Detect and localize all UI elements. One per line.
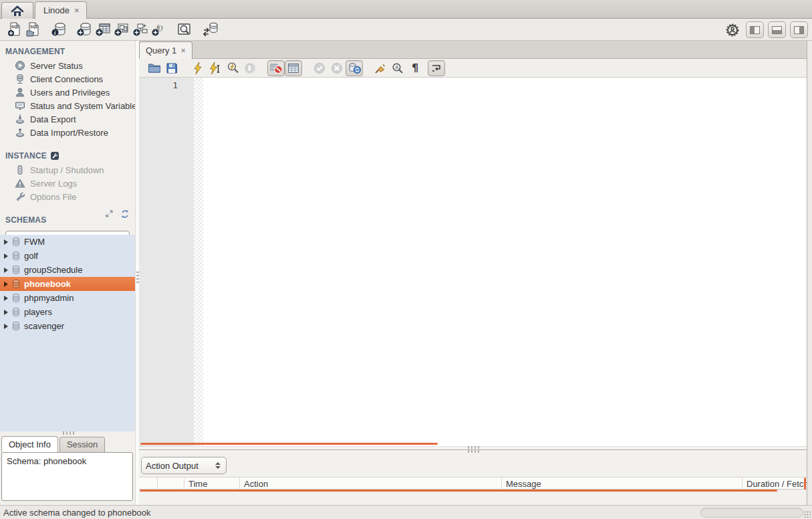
- query-tab[interactable]: Query 1 ×: [139, 41, 192, 59]
- limit-rows-grid-icon: [287, 63, 299, 74]
- expander-icon[interactable]: [4, 310, 8, 315]
- commit-button[interactable]: [311, 60, 328, 76]
- expander-icon[interactable]: [4, 268, 8, 273]
- schema-row-scavenger[interactable]: scavenger: [0, 319, 135, 333]
- create-table-button[interactable]: [94, 20, 112, 39]
- refresh-schemas-icon[interactable]: [120, 209, 130, 219]
- expander-icon[interactable]: [4, 253, 8, 259]
- column-header-message[interactable]: Message: [502, 478, 742, 489]
- new-query-tab-button[interactable]: SQL: [5, 20, 24, 39]
- create-view-button[interactable]: [112, 20, 131, 39]
- schema-name: groupSchedule: [24, 265, 82, 275]
- wrap-text-toggle[interactable]: [428, 60, 445, 76]
- output-type-selector[interactable]: Action Output: [141, 457, 227, 474]
- sidebar-item-server-logs[interactable]: Server Logs: [0, 177, 135, 190]
- output-panel: Action Output Time Action Message Durati…: [139, 453, 807, 505]
- column-header-time[interactable]: Time: [184, 478, 240, 489]
- schema-row-players[interactable]: players: [0, 305, 135, 319]
- sidebar-item-users-privileges[interactable]: Users and Privileges: [0, 86, 135, 99]
- sidebar-item-status-system-variables[interactable]: Status and System Variables: [0, 99, 135, 112]
- editor-horizontal-scrollbar[interactable]: [140, 443, 438, 445]
- sidebar-item-client-connections[interactable]: Client Connections: [0, 72, 135, 86]
- main-toolbar: SQL SQL: [0, 19, 812, 41]
- close-icon[interactable]: ×: [180, 46, 186, 55]
- left-panel-icon: [750, 26, 760, 34]
- sidebar-item-label: Server Status: [30, 61, 83, 71]
- output-vertical-scrollbar[interactable]: [804, 478, 806, 490]
- execute-button[interactable]: [189, 60, 207, 76]
- schema-icon: [11, 279, 21, 289]
- column-header-action[interactable]: Action: [240, 478, 502, 489]
- splitter-grip[interactable]: [468, 446, 480, 449]
- sidebar-item-label: Client Connections: [30, 74, 103, 84]
- expander-icon[interactable]: [4, 282, 8, 287]
- data-import-icon: [14, 127, 25, 138]
- sidebar-item-data-import[interactable]: Data Import/Restore: [0, 126, 135, 139]
- stop-on-error-toggle[interactable]: [267, 60, 285, 76]
- toggle-right-panel-button[interactable]: [790, 21, 808, 38]
- column-header-blank2[interactable]: [158, 478, 184, 489]
- window-resize-grip[interactable]: [804, 511, 811, 518]
- users-icon: [14, 87, 25, 98]
- schema-row-phonebook-selected[interactable]: phonebook: [0, 277, 135, 291]
- connection-tab-linode[interactable]: Linode ×: [35, 1, 87, 19]
- tab-object-info[interactable]: Object Info: [1, 436, 58, 452]
- open-sql-script-button[interactable]: SQL: [24, 20, 43, 39]
- schema-inspector-button[interactable]: i: [49, 20, 68, 39]
- execute-current-statement-button[interactable]: [207, 60, 224, 76]
- schema-row-groupschedule[interactable]: groupSchedule: [0, 263, 135, 277]
- column-header-blank1[interactable]: [139, 478, 158, 489]
- sidebar-item-startup-shutdown[interactable]: Startup / Shutdown: [0, 163, 135, 177]
- schema-row-golf[interactable]: golf: [0, 249, 135, 263]
- search-table-data-button[interactable]: [175, 20, 194, 39]
- sql-editor[interactable]: 1: [139, 78, 807, 446]
- rollback-button[interactable]: [328, 60, 346, 76]
- schema-row-phpmyadmin[interactable]: phpmyadmin: [0, 291, 135, 305]
- system-variables-icon: [14, 100, 25, 111]
- selector-spinner-icon: [215, 462, 222, 469]
- create-function-icon: f(): [151, 21, 168, 37]
- management-section-title: MANAGEMENT: [0, 41, 135, 59]
- schema-inspector-icon: i: [51, 21, 67, 37]
- create-schema-button[interactable]: [75, 20, 94, 39]
- output-horizontal-scrollbar[interactable]: [140, 490, 777, 492]
- sidebar-item-server-status[interactable]: Server Status: [0, 59, 135, 72]
- sidebar-item-label: Startup / Shutdown: [30, 165, 104, 175]
- schema-name: golf: [24, 251, 38, 261]
- beautify-sql-button[interactable]: [372, 60, 389, 76]
- svg-text:A: A: [395, 64, 398, 70]
- home-tab[interactable]: [1, 2, 33, 19]
- close-icon[interactable]: ×: [73, 5, 81, 15]
- schema-name: phonebook: [24, 279, 71, 289]
- stop-on-error-icon: [270, 62, 283, 74]
- limit-rows-toggle[interactable]: [285, 60, 302, 76]
- create-procedure-button[interactable]: [131, 20, 150, 39]
- sidebar-item-options-file[interactable]: Options File: [0, 190, 135, 203]
- autocommit-toggle[interactable]: [346, 60, 363, 76]
- sidebar-splitter-handle[interactable]: [63, 431, 75, 435]
- open-sql-script-icon: SQL: [25, 21, 41, 37]
- preferences-button[interactable]: [723, 21, 742, 39]
- explain-plan-button[interactable]: [224, 60, 241, 76]
- show-invisibles-toggle[interactable]: ¶: [406, 60, 424, 76]
- schema-icon: [11, 307, 21, 317]
- expander-icon[interactable]: [4, 296, 8, 301]
- schema-row-fwm[interactable]: FWM: [0, 235, 135, 249]
- stop-query-button[interactable]: [241, 60, 259, 76]
- reconnect-server-button[interactable]: [200, 20, 219, 39]
- save-script-button[interactable]: [163, 60, 180, 76]
- find-button[interactable]: A: [389, 60, 406, 76]
- sidebar: MANAGEMENT Server Status Client Connecti…: [0, 41, 135, 505]
- expand-schemas-icon[interactable]: [105, 209, 114, 219]
- toggle-left-panel-button[interactable]: [746, 21, 764, 38]
- sidebar-item-data-export[interactable]: Data Export: [0, 112, 135, 126]
- column-header-duration[interactable]: Duration / Fetch: [742, 478, 807, 489]
- editor-output-splitter[interactable]: [139, 446, 807, 453]
- open-sql-file-button[interactable]: [146, 60, 163, 76]
- toggle-bottom-panel-button[interactable]: [768, 21, 786, 38]
- tab-session[interactable]: Session: [59, 437, 105, 452]
- expander-icon[interactable]: [4, 239, 8, 245]
- expander-icon[interactable]: [4, 324, 8, 329]
- autocommit-icon: [348, 62, 361, 74]
- create-function-button[interactable]: f(): [150, 20, 168, 39]
